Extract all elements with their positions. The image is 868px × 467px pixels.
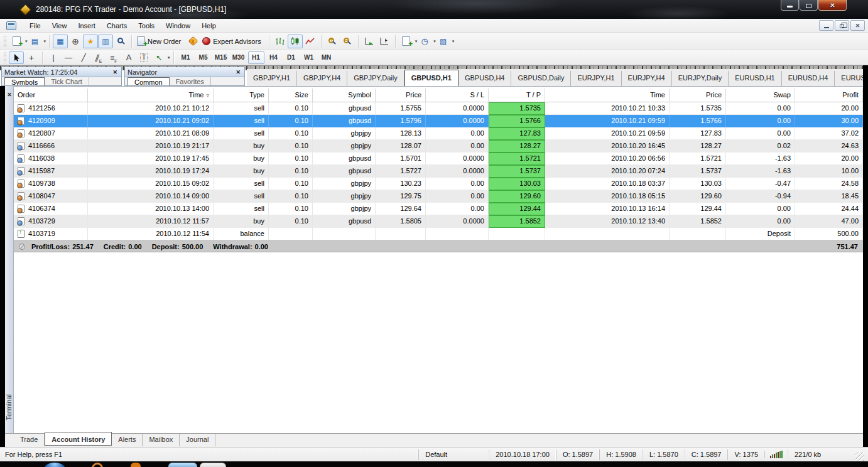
timeframe-m5-button[interactable]: M5 (195, 51, 212, 64)
table-row[interactable]: 4115987 2010.10.19 17:24buy0.10 gbpusd1.… (14, 165, 863, 178)
text-button[interactable]: A (121, 51, 136, 64)
crosshair-button[interactable]: + (24, 51, 39, 64)
column-header-order[interactable]: Order (14, 89, 88, 102)
chart-tab-eurjpy-h1[interactable]: EURJPY,H1 (571, 71, 621, 86)
chart-tab-gbpusd-h4[interactable]: GBPUSD,H4 (458, 71, 512, 86)
timeframe-m30-button[interactable]: M30 (231, 51, 247, 64)
chart-tab-eurusd-h1[interactable]: EURUSD,H1 (729, 71, 782, 86)
taskbar-window-button[interactable] (200, 463, 226, 467)
table-row[interactable]: 4120807 2010.10.21 08:09sell0.10 gbpjpy1… (14, 127, 863, 140)
menu-item-help[interactable]: Help (196, 20, 222, 31)
horizontal-line-button[interactable]: — (61, 51, 76, 64)
chart-tab-gbpusd-daily[interactable]: GBPUSD,Daily (511, 71, 571, 86)
timeframe-h4-button[interactable]: H4 (266, 51, 282, 64)
new-chart-dropdown-arrow[interactable]: ▾ (25, 39, 28, 44)
chart-shift-button[interactable] (377, 35, 392, 48)
taskbar-app-icon[interactable] (131, 463, 141, 467)
chart-tab-eurusd-daily[interactable]: EURUSD,D (835, 71, 863, 86)
tab-alerts[interactable]: Alerts (112, 434, 143, 446)
mdi-close-button[interactable]: ✕ (850, 20, 865, 31)
timeframe-m1-button[interactable]: M1 (178, 51, 194, 64)
table-row-balance[interactable]: 4103719 2010.10.12 11:54balance Deposit5… (14, 228, 863, 240)
tab-journal[interactable]: Journal (180, 434, 215, 446)
column-header-type[interactable]: Type (214, 89, 269, 102)
navigator-header[interactable]: Navigator ✕ (125, 67, 244, 77)
column-header-sl[interactable]: S / L (426, 89, 489, 102)
chart-tab-eurusd-h4[interactable]: EURUSD,H4 (782, 71, 835, 86)
chart-tab-eurjpy-h4[interactable]: EURJPY,H4 (622, 71, 672, 86)
table-row[interactable]: 4116038 2010.10.19 17:45buy0.10 gbpusd1.… (14, 153, 863, 165)
chart-tab-eurjpy-daily[interactable]: EURJPY,Daily (672, 71, 729, 86)
column-header-open-time[interactable]: Time▿ (88, 89, 214, 102)
chart-tab-gbpusd-h1[interactable]: GBPUSD,H1 (404, 70, 458, 86)
close-button[interactable]: ✕ (818, 0, 847, 11)
expert-advisors-button[interactable]: Expert Advisors (200, 35, 265, 48)
market-watch-close-icon[interactable]: ✕ (111, 69, 119, 75)
templates-dropdown-arrow[interactable]: ▾ (452, 39, 455, 44)
table-row[interactable]: 4109738 2010.10.15 09:02sell0.10 gbpjpy1… (14, 178, 863, 190)
navigator-toggle-button[interactable]: ★ (83, 35, 98, 48)
metaquotes-alert-button[interactable]: ! (185, 35, 200, 48)
strategy-tester-button[interactable] (113, 35, 128, 48)
menu-item-insert[interactable]: Insert (72, 20, 101, 31)
column-header-size[interactable]: Size (269, 89, 313, 102)
tab-account-history[interactable]: Account History (45, 432, 112, 446)
table-row[interactable]: 4106374 2010.10.13 14:00sell0.10 gbpjpy1… (14, 203, 863, 215)
auto-scroll-button[interactable] (362, 35, 377, 48)
tab-trade[interactable]: Trade (14, 434, 45, 446)
cursor-button[interactable] (9, 51, 24, 64)
column-header-symbol[interactable]: Symbol (313, 89, 376, 102)
mdi-minimize-button[interactable] (819, 20, 833, 31)
navigator-close-icon[interactable]: ✕ (234, 69, 242, 75)
timeframe-w1-button[interactable]: W1 (301, 51, 317, 64)
terminal-toggle-button[interactable]: ▥ (98, 35, 113, 48)
templates-button[interactable]: ▨ (436, 35, 451, 48)
menu-item-charts[interactable]: Charts (101, 20, 133, 31)
menu-item-tools[interactable]: Tools (133, 20, 160, 31)
timeframe-h1-button[interactable]: H1 (248, 51, 264, 64)
tab-favorites[interactable]: Favorites (170, 77, 211, 86)
status-profile[interactable]: Default (418, 449, 489, 460)
maximize-button[interactable] (800, 0, 818, 11)
toolbar-grip[interactable] (4, 36, 6, 47)
mdi-restore-button[interactable] (835, 20, 849, 31)
fibonacci-button[interactable]: ≡F (106, 51, 121, 64)
market-watch-header[interactable]: Market Watch: 17:25:04 ✕ (2, 67, 121, 77)
market-watch-toggle-button[interactable]: ▦ (53, 35, 68, 48)
indicators-button[interactable]: + (399, 35, 414, 48)
menu-item-view[interactable]: View (46, 20, 73, 31)
resize-grip[interactable] (855, 452, 864, 461)
tab-tick-chart[interactable]: Tick Chart (45, 77, 89, 86)
table-row[interactable]: 4103729 2010.10.12 11:57buy0.10 gbpusd1.… (14, 215, 863, 228)
minimize-button[interactable] (781, 0, 799, 11)
taskbar-app-icon[interactable] (92, 463, 103, 467)
menu-item-window[interactable]: Window (160, 20, 196, 31)
line-chart-button[interactable] (303, 35, 318, 48)
column-header-open-price[interactable]: Price (376, 89, 426, 102)
column-header-swap[interactable]: Swap (726, 89, 795, 102)
text-label-button[interactable]: T (136, 51, 151, 64)
timeframe-d1-button[interactable]: D1 (283, 51, 300, 64)
taskbar-window-button[interactable] (168, 463, 197, 467)
vertical-line-button[interactable]: | (46, 51, 61, 64)
bar-chart-button[interactable] (273, 35, 288, 48)
chart-tab-gbpjpy-h4[interactable]: GBPJPY,H4 (297, 71, 347, 86)
zoom-in-button[interactable]: + (325, 35, 340, 48)
new-chart-button[interactable]: + (9, 35, 24, 48)
tab-symbols[interactable]: Symbols (4, 77, 45, 86)
equidistant-channel-button[interactable]: ∥E (91, 51, 106, 64)
tab-mailbox[interactable]: Mailbox (143, 434, 180, 446)
arrow-tools-dropdown-arrow[interactable]: ▾ (168, 55, 170, 60)
arrow-tools-button[interactable]: ↖ (151, 51, 166, 64)
terminal-close-icon[interactable]: ✕ (6, 91, 13, 99)
menu-item-file[interactable]: File (24, 20, 46, 31)
column-header-tp[interactable]: T / P (489, 89, 545, 102)
trendline-button[interactable]: ╱ (76, 51, 91, 64)
table-row[interactable]: 4116666 2010.10.19 21:17buy0.10 gbpjpy12… (14, 140, 863, 153)
periods-button[interactable]: ◷ (417, 35, 432, 48)
table-row[interactable]: 4121256 2010.10.21 10:12sell0.10 gbpusd1… (14, 102, 863, 115)
candlestick-chart-button[interactable] (288, 35, 303, 48)
table-row[interactable]: 4108047 2010.10.14 09:00sell0.10 gbpjpy1… (14, 190, 863, 203)
chart-tab-gbpjpy-daily[interactable]: GBPJPY,Daily (347, 71, 404, 86)
new-order-button[interactable]: + New Order (135, 35, 185, 48)
